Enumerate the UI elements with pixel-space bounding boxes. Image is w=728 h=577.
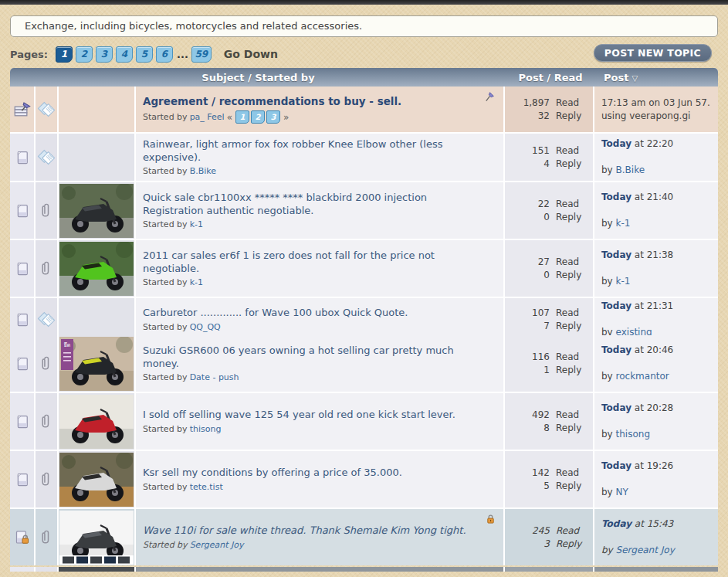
read-label: Read — [556, 307, 588, 320]
header-post-sort[interactable]: Post▽ — [594, 72, 718, 83]
started-by-line: Started byDate - push — [143, 372, 483, 382]
started-by-line: Started bytete.tist — [143, 482, 483, 492]
subject-cell: Carburetor ............. for Wave 100 ub… — [136, 298, 503, 341]
read-label: Read — [556, 524, 588, 538]
topic-starter-link[interactable]: B.Bike — [190, 166, 216, 176]
topic-thumbnail — [59, 242, 134, 296]
read-count: 107 — [505, 307, 550, 320]
last-post-by: by k-1 — [601, 275, 715, 288]
subject-cell: Rainwear, light armor fox fox robber Kne… — [136, 134, 503, 181]
read-count: 1,897 — [505, 97, 550, 110]
last-post-line: 17:13 am on 03 Jun 57. — [601, 97, 715, 110]
started-by-label: Started by — [143, 277, 188, 287]
page-button-last[interactable]: 59 — [191, 46, 212, 63]
reply-count: 1 — [505, 364, 550, 377]
subject-cell: Ksr sell my conditions by offering a pri… — [136, 451, 503, 507]
thumbnail-cell — [59, 509, 134, 565]
topic-title-link[interactable]: Ksr sell my conditions by offering a pri… — [143, 467, 483, 480]
go-down-link[interactable]: Go Down — [224, 48, 278, 60]
message-icon — [37, 101, 56, 117]
paper-icon — [15, 356, 30, 372]
topic-status-cell — [10, 298, 34, 341]
thumbnail-frame — [59, 511, 134, 565]
by-label: by — [601, 371, 613, 382]
stats-cell: 116Read 1Reply — [505, 335, 593, 392]
topic-title-link[interactable]: Wave 110i for sale white thread. Thank S… — [143, 524, 483, 538]
stats-cell: 245Read 3Reply — [505, 509, 593, 565]
header-subject[interactable]: Subject / Started by — [10, 72, 506, 83]
topic-title-link[interactable]: 2011 car sales er6f 1 is zero does not f… — [143, 249, 483, 275]
quote-open: « — [227, 112, 232, 123]
topic-starter-link[interactable]: QQ_QQ — [190, 322, 221, 332]
topic-starter-link[interactable]: thisong — [190, 424, 222, 434]
message-type-cell — [36, 298, 57, 341]
topic-starter-link[interactable]: pa_ Feel — [190, 112, 225, 122]
page-button[interactable]: 5 — [136, 46, 153, 63]
page-button-current[interactable]: 1 — [56, 46, 73, 63]
by-label: by — [601, 545, 613, 555]
topic-title-link[interactable]: Agreement / recommendations to buy - sel… — [143, 95, 483, 108]
header-post-read[interactable]: Post / Read — [506, 72, 594, 83]
paperclip-icon — [40, 355, 52, 373]
subject-cell: Wave 110i for sale white thread. Thank S… — [136, 509, 503, 565]
thumbnail-cell — [59, 298, 134, 341]
last-post-user[interactable]: B.Bike — [616, 165, 645, 175]
topic-page-button[interactable]: 2 — [251, 110, 265, 124]
topic-starter-link[interactable]: k-1 — [190, 277, 203, 287]
paper-icon — [15, 261, 30, 277]
last-post-day: Today — [601, 249, 631, 260]
topic-starter-link[interactable]: Sergeant Joy — [190, 540, 244, 550]
topic-starter-link[interactable]: Date - push — [190, 372, 239, 382]
page-button[interactable]: 2 — [76, 46, 93, 63]
message-icon — [37, 149, 56, 165]
page-button[interactable]: 3 — [96, 46, 113, 63]
topic-starter-link[interactable]: k-1 — [190, 219, 203, 229]
paperclip-icon — [40, 470, 52, 489]
topic-starter-link[interactable]: tete.tist — [190, 482, 223, 492]
reply-count: 3 — [505, 538, 550, 551]
read-label: Read — [556, 256, 588, 269]
topic-title-link[interactable]: Suzuki GSR600 06 years owning a hot sell… — [143, 345, 483, 370]
started-by-line: Started bythisong — [143, 424, 483, 434]
last-post-user[interactable]: k-1 — [616, 218, 631, 229]
board-description: Exchange, including bicycles, motorcycle… — [10, 15, 718, 37]
topic-page-button[interactable]: 1 — [235, 110, 249, 124]
sort-desc-icon: ▽ — [631, 74, 638, 83]
last-post-by: by B.Bike — [601, 164, 715, 177]
topic-title-link[interactable]: Carburetor ............. for Wave 100 ub… — [143, 307, 483, 320]
last-post-user[interactable]: thisong — [616, 429, 650, 440]
started-by-label: Started by — [143, 322, 188, 332]
stats-cell: 142Read 5Reply — [505, 451, 593, 507]
started-by-label: Started by — [143, 424, 188, 434]
last-post-user[interactable]: Sergeant Joy — [616, 545, 675, 555]
paper-icon — [15, 472, 30, 487]
thumbnail-frame: ยึด — [59, 337, 134, 391]
topic-thumbnail — [59, 395, 134, 449]
page-button[interactable]: 4 — [116, 46, 133, 63]
topic-page-button[interactable]: 3 — [266, 110, 280, 124]
topic-title-link[interactable]: Quick sale cbr1100xx ***** **** blackbir… — [143, 192, 483, 217]
last-post-user[interactable]: rockmantor — [616, 371, 669, 382]
topic-row: Ksr sell my conditions by offering a pri… — [10, 451, 718, 507]
last-post-cell: Today at 20:46by rockmantor — [594, 335, 718, 392]
topic-thumbnail — [59, 511, 134, 565]
by-label: by — [601, 165, 613, 175]
post-new-topic-button[interactable]: POST NEW TOPIC — [594, 44, 712, 62]
stats-cell: 1,897Read 32Reply — [505, 87, 593, 132]
page-button[interactable]: 6 — [156, 46, 173, 63]
topic-row: Rainwear, light armor fox fox robber Kne… — [10, 134, 718, 181]
subject-cell: Quick sale cbr1100xx ***** **** blackbir… — [136, 182, 503, 239]
by-label: by — [601, 429, 613, 440]
reply-label: Reply — [556, 320, 588, 333]
started-by-label: Started by — [143, 112, 188, 122]
read-label: Read — [556, 198, 588, 211]
thumbnail-cell: ยึด — [59, 335, 134, 392]
topic-title-link[interactable]: I sold off selling wave 125 54 year old … — [143, 409, 483, 422]
topic-status-cell — [10, 335, 34, 392]
last-post-user[interactable]: NY — [616, 487, 628, 497]
stats-cell: 22Read 0Reply — [505, 182, 593, 239]
topic-title-link[interactable]: Rainwear, light armor fox fox robber Kne… — [143, 138, 483, 164]
read-count: 27 — [505, 256, 550, 269]
last-post-user[interactable]: k-1 — [616, 276, 631, 287]
read-label: Read — [556, 144, 588, 158]
